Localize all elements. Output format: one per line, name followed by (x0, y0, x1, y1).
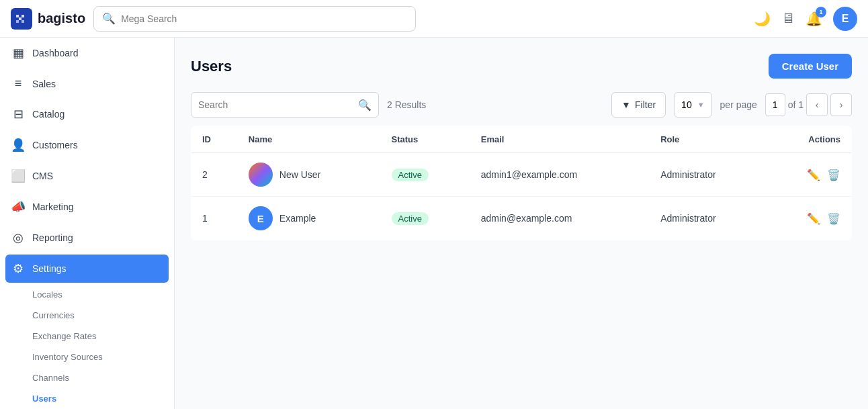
cell-email: admin1@example.com (470, 153, 650, 197)
sidebar-label-marketing: Marketing (32, 201, 73, 212)
sidebar-item-customers[interactable]: 👤 Customers (0, 130, 174, 161)
sidebar-sub-locales[interactable]: Locales (21, 284, 174, 305)
sidebar-label-customers: Customers (32, 140, 78, 150)
mega-search-container[interactable]: 🔍 (93, 6, 416, 32)
filter-label: Filter (635, 99, 656, 110)
page-header: Users Create User (191, 54, 852, 79)
sidebar-sub-inventory-sources[interactable]: Inventory Sources (21, 347, 174, 367)
sidebar-label-sales: Sales (32, 79, 56, 89)
table-header-row: ID Name Status Email Role Actions (191, 126, 852, 153)
search-icon: 🔍 (102, 12, 116, 25)
logo[interactable]: bagisto (11, 8, 85, 30)
col-header-status: Status (381, 126, 470, 153)
table-controls: 🔍 2 Results ▼ Filter 10 ▼ per page 1 of … (191, 92, 852, 118)
per-page-value: 10 (681, 99, 692, 110)
sidebar-sub-users[interactable]: Users (21, 388, 174, 409)
sidebar-label-reporting: Reporting (32, 232, 73, 243)
delete-icon[interactable]: 🗑️ (827, 212, 840, 225)
user-avatar-gradient (249, 163, 273, 187)
page-title: Users (191, 58, 232, 75)
sidebar-label-catalog: Catalog (32, 109, 64, 120)
create-user-button[interactable]: Create User (769, 54, 852, 79)
catalog-icon: ⊟ (11, 107, 26, 122)
mega-search-input[interactable] (121, 13, 407, 24)
edit-icon[interactable]: ✏️ (807, 212, 820, 225)
col-header-name: Name (238, 126, 381, 153)
cell-name: New User (238, 153, 381, 197)
cell-name: E Example (238, 197, 381, 240)
col-header-id: ID (191, 126, 238, 153)
user-avatar[interactable]: E (833, 7, 857, 31)
cell-role: Administrator (650, 197, 767, 240)
status-badge: Active (392, 212, 429, 225)
settings-icon: ⚙ (11, 261, 26, 276)
user-name: New User (279, 169, 320, 180)
next-page-button[interactable]: › (830, 93, 852, 116)
cell-id: 1 (191, 197, 238, 240)
sidebar-item-sales[interactable]: ≡ Sales (0, 69, 174, 99)
sidebar-item-cms[interactable]: ⬜ CMS (0, 161, 174, 191)
filter-icon: ▼ (621, 99, 631, 110)
sales-icon: ≡ (11, 77, 26, 91)
sidebar-item-catalog[interactable]: ⊟ Catalog (0, 99, 174, 130)
sidebar-label-settings: Settings (32, 263, 67, 274)
dashboard-icon: ▦ (11, 46, 26, 60)
reporting-icon: ◎ (11, 230, 26, 245)
sidebar-item-marketing[interactable]: 📣 Marketing (0, 191, 174, 222)
cell-status: Active (381, 153, 470, 197)
filter-button[interactable]: ▼ Filter (611, 92, 666, 118)
sidebar-sub-currencies[interactable]: Currencies (21, 305, 174, 326)
cell-actions: ✏️ 🗑️ (767, 197, 852, 240)
monitor-icon[interactable]: 🖥 (781, 11, 795, 26)
customers-icon: 👤 (11, 138, 26, 152)
cell-status: Active (381, 197, 470, 240)
nav-icons-area: 🌙 🖥 🔔 1 E (754, 7, 857, 31)
cell-id: 2 (191, 153, 238, 197)
cell-email: admin@example.com (470, 197, 650, 240)
sidebar-sub-channels[interactable]: Channels (21, 367, 174, 388)
per-page-chevron-icon: ▼ (697, 101, 705, 109)
user-name: Example (279, 213, 316, 224)
notification-icon[interactable]: 🔔 1 (806, 11, 822, 27)
total-pages: of 1 (788, 99, 804, 110)
user-avatar-letter: E (249, 206, 273, 230)
sidebar: ▦ Dashboard ≡ Sales ⊟ Catalog 👤 Customer… (0, 38, 175, 409)
per-page-selector[interactable]: 10 ▼ (674, 92, 711, 118)
sidebar-item-settings[interactable]: ⚙ Settings (5, 255, 169, 283)
table-search-icon: 🔍 (358, 99, 372, 111)
main-content: Users Create User 🔍 2 Results ▼ Filter 1… (175, 38, 868, 409)
status-badge: Active (392, 169, 429, 181)
sidebar-label-dashboard: Dashboard (32, 48, 79, 58)
sidebar-sub-exchange-rates[interactable]: Exchange Rates (21, 326, 174, 347)
cell-role: Administrator (650, 153, 767, 197)
edit-icon[interactable]: ✏️ (807, 169, 820, 181)
notification-badge: 1 (816, 7, 826, 17)
table-search-input[interactable] (198, 99, 354, 110)
col-header-role: Role (650, 126, 767, 153)
sidebar-label-cms: CMS (32, 171, 53, 181)
per-page-label: per page (720, 99, 757, 110)
col-header-email: Email (470, 126, 650, 153)
marketing-icon: 📣 (11, 199, 26, 214)
current-page[interactable]: 1 (765, 93, 785, 116)
table-row: 1 E Example Active admin@example.com Adm… (191, 197, 852, 240)
col-header-actions: Actions (767, 126, 852, 153)
users-table: ID Name Status Email Role Actions 2 New … (191, 126, 852, 240)
prev-page-button[interactable]: ‹ (806, 93, 828, 116)
theme-toggle-icon[interactable]: 🌙 (754, 11, 771, 27)
results-count: 2 Results (387, 99, 426, 110)
table-search-container[interactable]: 🔍 (191, 92, 379, 118)
pagination: 1 of 1 ‹ › (765, 93, 852, 116)
logo-text: bagisto (38, 11, 85, 26)
logo-icon (11, 8, 32, 30)
sidebar-item-dashboard[interactable]: ▦ Dashboard (0, 38, 174, 69)
delete-icon[interactable]: 🗑️ (827, 169, 840, 181)
cell-actions: ✏️ 🗑️ (767, 153, 852, 197)
cms-icon: ⬜ (11, 169, 26, 183)
settings-sub-menu: Locales Currencies Exchange Rates Invent… (0, 284, 174, 409)
sidebar-item-reporting[interactable]: ◎ Reporting (0, 222, 174, 253)
table-row: 2 New User Active admin1@example.com Adm… (191, 153, 852, 197)
top-navigation: bagisto 🔍 🌙 🖥 🔔 1 E (0, 0, 868, 38)
